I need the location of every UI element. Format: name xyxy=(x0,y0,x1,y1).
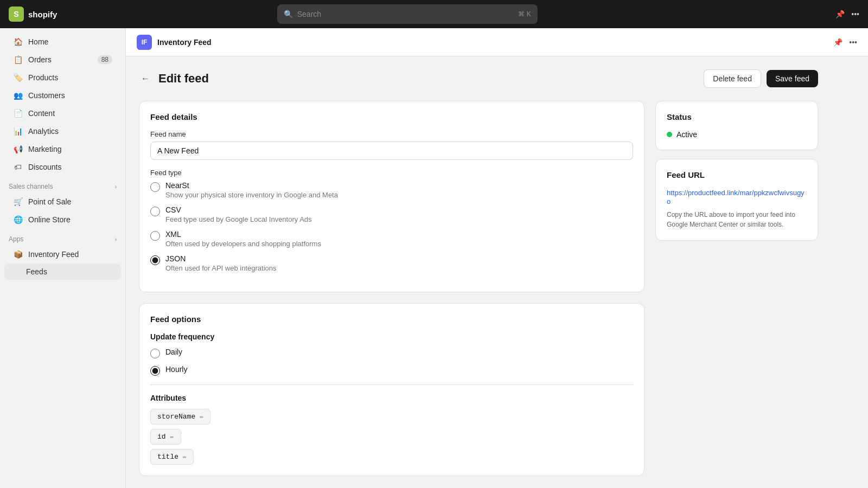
save-feed-button[interactable]: Save feed xyxy=(767,70,818,87)
sidebar-item-content-label: Content xyxy=(28,109,55,118)
status-card-title: Status xyxy=(667,112,807,121)
main-content: IF Inventory Feed 📌 ••• ← Edit feed Dele… xyxy=(126,28,868,488)
orders-icon: 📋 xyxy=(13,55,23,65)
delete-feed-button[interactable]: Delete feed xyxy=(704,69,761,88)
apps-label: Apps xyxy=(9,235,23,243)
topbar: S shopify 🔍 ⌘ K 📌 ••• xyxy=(0,0,868,28)
sidebar-item-customers[interactable]: 👥 Customers xyxy=(4,87,121,104)
frequency-daily[interactable]: Daily xyxy=(150,348,633,358)
sidebar-item-home-label: Home xyxy=(28,37,48,46)
feed-type-csv-label: CSV xyxy=(165,206,312,214)
sidebar-item-marketing-label: Marketing xyxy=(28,145,61,153)
feed-type-xml-desc: Often used by developers and shopping pl… xyxy=(165,240,321,248)
attribute-title-edit-icon[interactable]: ✏️ xyxy=(183,453,187,461)
more-options-icon[interactable]: ••• xyxy=(849,38,857,47)
feed-details-title: Feed details xyxy=(150,112,633,121)
status-dot xyxy=(667,132,672,137)
feed-name-label: Feed name xyxy=(150,130,633,138)
sidebar-subitem-feeds[interactable]: Feeds xyxy=(4,264,121,280)
side-column: Status Active Feed URL https://productfe… xyxy=(655,101,818,241)
feed-type-xml-radio[interactable] xyxy=(150,231,160,241)
sidebar-item-marketing[interactable]: 📢 Marketing xyxy=(4,140,121,158)
sidebar-item-products[interactable]: 🏷️ Products xyxy=(4,69,121,86)
sidebar: 🏠 Home 📋 Orders 88 🏷️ Products 👥 Custome… xyxy=(0,28,126,488)
feed-options-title: Feed options xyxy=(150,314,633,324)
feed-type-group: Feed type NearSt Show your physical stor… xyxy=(150,169,633,272)
shopify-logo-text: shopify xyxy=(28,10,57,19)
attribute-id-edit-icon[interactable]: ✏️ xyxy=(170,433,174,441)
products-icon: 🏷️ xyxy=(13,73,23,82)
app-header-left: IF Inventory Feed xyxy=(137,35,212,50)
bell-icon[interactable]: 📌 xyxy=(835,10,845,18)
page-title: Edit feed xyxy=(158,72,209,86)
sidebar-item-products-label: Products xyxy=(28,73,58,82)
feed-type-json-label: JSON xyxy=(165,254,277,263)
sidebar-item-orders[interactable]: 📋 Orders 88 xyxy=(4,51,121,68)
feed-type-xml[interactable]: XML Often used by developers and shoppin… xyxy=(150,230,633,248)
sidebar-item-analytics[interactable]: 📊 Analytics xyxy=(4,123,121,140)
feed-type-nearst-desc: Show your physical store inventory in Go… xyxy=(165,191,338,199)
feed-type-radio-group: NearSt Show your physical store inventor… xyxy=(150,181,633,272)
status-card: Status Active xyxy=(655,101,818,150)
sidebar-item-orders-label: Orders xyxy=(28,55,52,64)
sales-channels-chevron: › xyxy=(115,184,117,190)
feed-type-csv[interactable]: CSV Feed type used by Google Local Inven… xyxy=(150,206,633,223)
sales-channels-section[interactable]: Sales channels › xyxy=(0,176,125,192)
feed-options-card: Feed options Update frequency Daily Hour… xyxy=(139,303,644,476)
sidebar-item-home[interactable]: 🏠 Home xyxy=(4,33,121,50)
attribute-id[interactable]: id ✏️ xyxy=(150,429,181,445)
sidebar-item-point-of-sale[interactable]: 🛒 Point of Sale xyxy=(4,193,121,210)
frequency-daily-radio[interactable] xyxy=(150,349,160,358)
sidebar-item-content[interactable]: 📄 Content xyxy=(4,105,121,122)
logo[interactable]: S shopify xyxy=(9,7,128,22)
apps-section[interactable]: Apps › xyxy=(0,229,125,245)
discounts-icon: 🏷 xyxy=(13,162,23,172)
frequency-hourly[interactable]: Hourly xyxy=(150,365,633,376)
orders-badge: 88 xyxy=(98,55,112,64)
feed-url-title: Feed URL xyxy=(667,170,807,179)
feed-type-nearst[interactable]: NearSt Show your physical store inventor… xyxy=(150,181,633,199)
more-icon[interactable]: ••• xyxy=(851,10,859,18)
sidebar-item-analytics-label: Analytics xyxy=(28,127,59,136)
topbar-right: 📌 ••• xyxy=(835,10,859,18)
app-icon: IF xyxy=(137,35,152,50)
attribute-title[interactable]: title ✏️ xyxy=(150,449,194,465)
feed-name-group: Feed name xyxy=(150,130,633,160)
attribute-storename[interactable]: storeName ✏️ xyxy=(150,409,210,425)
feed-type-json-desc: Often used for API web integrations xyxy=(165,264,277,272)
attribute-storename-label: storeName xyxy=(157,413,195,421)
online-store-icon: 🌐 xyxy=(13,215,23,224)
feed-url-link[interactable]: https://productfeed.link/mar/ppkzwcfwivs… xyxy=(667,189,805,206)
pin-icon[interactable]: 📌 xyxy=(833,38,843,47)
feed-name-input[interactable] xyxy=(150,142,633,160)
frequency-hourly-radio[interactable] xyxy=(150,366,160,376)
page-header-actions: Delete feed Save feed xyxy=(704,69,818,88)
feed-type-json-radio[interactable] xyxy=(150,255,160,265)
inventory-feed-icon: 📦 xyxy=(13,249,23,259)
shopify-logo-icon: S xyxy=(9,7,24,22)
page-header: ← Edit feed Delete feed Save feed xyxy=(139,69,818,88)
sidebar-item-pos-label: Point of Sale xyxy=(28,197,71,206)
search-input[interactable] xyxy=(297,10,514,18)
search-box: 🔍 ⌘ K xyxy=(277,4,538,24)
separator xyxy=(150,384,633,385)
two-col-layout: Feed details Feed name Feed type xyxy=(139,101,818,476)
back-button[interactable]: ← xyxy=(139,72,152,86)
main-column: Feed details Feed name Feed type xyxy=(139,101,644,476)
frequency-hourly-label: Hourly xyxy=(165,365,187,374)
sidebar-item-discounts[interactable]: 🏷 Discounts xyxy=(4,158,121,176)
home-icon: 🏠 xyxy=(13,37,23,47)
sidebar-item-online-store[interactable]: 🌐 Online Store xyxy=(4,211,121,228)
attribute-storename-edit-icon[interactable]: ✏️ xyxy=(200,413,203,421)
attributes-list: storeName ✏️ id ✏️ title ✏️ xyxy=(150,409,633,465)
sidebar-item-inventory-feed-label: Inventory Feed xyxy=(28,250,79,259)
sidebar-item-inventory-feed[interactable]: 📦 Inventory Feed xyxy=(4,246,121,263)
feed-type-nearst-radio[interactable] xyxy=(150,182,160,192)
attribute-id-label: id xyxy=(157,433,166,441)
pos-icon: 🛒 xyxy=(13,197,23,207)
feed-type-json[interactable]: JSON Often used for API web integrations xyxy=(150,254,633,272)
feed-url-desc: Copy the URL above to import your feed i… xyxy=(667,210,807,229)
feed-type-csv-radio[interactable] xyxy=(150,207,160,216)
app-header-right: 📌 ••• xyxy=(833,38,857,47)
feed-type-csv-desc: Feed type used by Google Local Inventory… xyxy=(165,215,312,223)
